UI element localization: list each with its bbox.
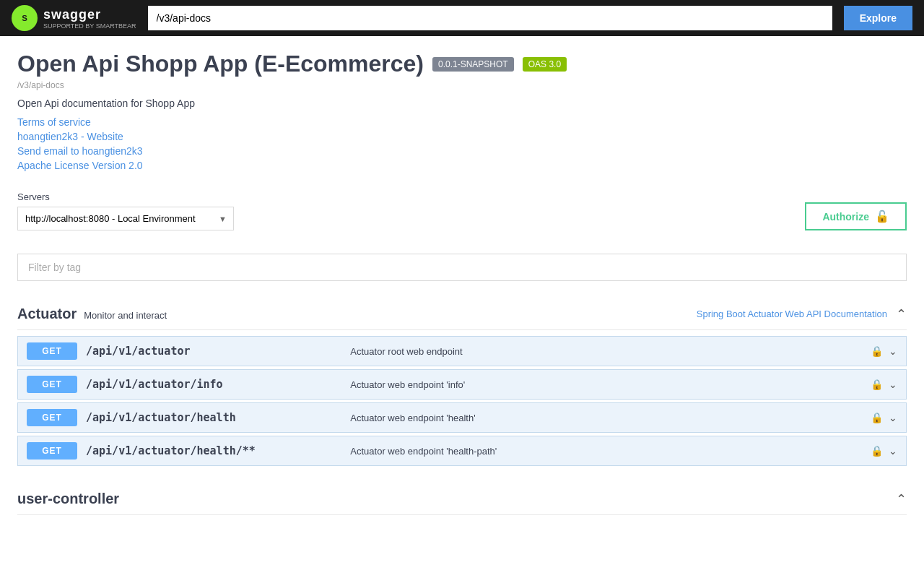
endpoint-summary: Actuator web endpoint 'info' — [350, 379, 862, 390]
title-row: Open Api Shopp App (E-Ecommerce) 0.0.1-S… — [17, 51, 907, 77]
method-badge-get: GET — [27, 409, 77, 426]
authorize-button[interactable]: Authorize 🔓 — [805, 202, 907, 230]
logo-area: S swagger SUPPORTED BY SMARTBEAR — [12, 5, 136, 31]
endpoint-summary: Actuator web endpoint 'health' — [350, 413, 862, 423]
tag-title-group: Actuator Monitor and interact — [17, 306, 167, 322]
links-section: Terms of service hoangtien2k3 - Website … — [17, 116, 907, 171]
endpoint-summary: Actuator root web endpoint — [350, 346, 862, 357]
main-content: Open Api Shopp App (E-Ecommerce) 0.0.1-S… — [0, 36, 924, 530]
server-select[interactable]: http://localhost:8080 - Local Environmen… — [17, 207, 234, 230]
endpoint-row[interactable]: GET /api/v1/actuator Actuator root web e… — [17, 336, 907, 366]
tag-right-user: ⌃ — [896, 491, 907, 507]
servers-left: Servers http://localhost:8080 - Local En… — [17, 191, 234, 230]
endpoint-path: /api/v1/actuator/health/** — [86, 444, 341, 457]
license-link[interactable]: Apache License Version 2.0 — [17, 160, 907, 171]
oas-badge: OAS 3.0 — [523, 57, 567, 72]
endpoint-right: 🔒 ⌄ — [871, 345, 897, 357]
chevron-down-icon: ⌄ — [889, 379, 897, 390]
endpoint-path: /api/v1/actuator/info — [86, 378, 341, 391]
endpoint-row[interactable]: GET /api/v1/actuator/health/** Actuator … — [17, 436, 907, 466]
server-select-wrapper: http://localhost:8080 - Local Environmen… — [17, 207, 234, 230]
filter-section — [17, 254, 907, 281]
swagger-logo: S — [12, 5, 38, 31]
actuator-docs-link[interactable]: Spring Boot Actuator Web API Documentati… — [697, 309, 887, 319]
tag-section-user-controller: user-controller ⌃ — [17, 483, 907, 515]
lock-icon: 🔒 — [871, 379, 883, 390]
chevron-down-icon: ⌄ — [889, 412, 897, 423]
tag-section-actuator: Actuator Monitor and interact Spring Boo… — [17, 298, 907, 466]
tag-title-group-user: user-controller — [17, 491, 119, 507]
lock-icon: 🔒 — [871, 412, 883, 423]
header: S swagger SUPPORTED BY SMARTBEAR Explore — [0, 0, 924, 36]
tag-name-user-controller: user-controller — [17, 491, 119, 507]
tag-right-actuator: Spring Boot Actuator Web API Documentati… — [697, 306, 907, 322]
endpoint-row[interactable]: GET /api/v1/actuator/health Actuator web… — [17, 402, 907, 433]
email-link[interactable]: Send email to hoangtien2k3 — [17, 145, 907, 157]
servers-section: Servers http://localhost:8080 - Local En… — [17, 191, 907, 230]
lock-icon: 🔒 — [871, 345, 883, 357]
page-title: Open Api Shopp App (E-Ecommerce) — [17, 51, 424, 77]
website-link[interactable]: hoangtien2k3 - Website — [17, 131, 907, 142]
endpoint-summary: Actuator web endpoint 'health-path' — [350, 446, 862, 457]
authorize-label: Authorize — [822, 211, 869, 223]
api-description: Open Api documentation for Shopp App — [17, 98, 907, 109]
chevron-up-icon: ⌃ — [896, 306, 907, 322]
chevron-up-icon: ⌃ — [896, 491, 907, 507]
endpoint-list-actuator: GET /api/v1/actuator Actuator root web e… — [17, 336, 907, 466]
method-badge-get: GET — [27, 342, 77, 360]
endpoint-path: /api/v1/actuator/health — [86, 411, 341, 424]
explore-button[interactable]: Explore — [844, 6, 912, 30]
endpoint-path: /api/v1/actuator — [86, 345, 341, 358]
endpoint-right: 🔒 ⌄ — [871, 412, 897, 423]
chevron-down-icon: ⌄ — [889, 445, 897, 457]
method-badge-get: GET — [27, 442, 77, 460]
lock-open-icon: 🔓 — [875, 210, 889, 223]
endpoint-right: 🔒 ⌄ — [871, 445, 897, 457]
endpoint-row[interactable]: GET /api/v1/actuator/info Actuator web e… — [17, 369, 907, 400]
chevron-down-icon: ⌄ — [889, 345, 897, 357]
tag-desc-actuator: Monitor and interact — [84, 310, 167, 321]
filter-input[interactable] — [17, 254, 907, 281]
servers-label: Servers — [17, 191, 234, 202]
method-badge-get: GET — [27, 376, 77, 393]
tag-name-actuator: Actuator — [17, 306, 77, 322]
svg-text:S: S — [22, 14, 27, 22]
lock-icon: 🔒 — [871, 445, 883, 457]
snapshot-badge: 0.0.1-SNAPSHOT — [432, 57, 514, 72]
endpoint-right: 🔒 ⌄ — [871, 379, 897, 390]
logo-sub: SUPPORTED BY SMARTBEAR — [43, 22, 136, 30]
tag-header-actuator[interactable]: Actuator Monitor and interact Spring Boo… — [17, 298, 907, 330]
logo-label: swagger — [43, 7, 101, 22]
terms-link[interactable]: Terms of service — [17, 116, 907, 128]
logo-text-group: swagger SUPPORTED BY SMARTBEAR — [43, 7, 136, 30]
tag-header-user-controller[interactable]: user-controller ⌃ — [17, 483, 907, 515]
search-input[interactable] — [148, 6, 832, 30]
api-path: /v3/api-docs — [17, 80, 907, 90]
